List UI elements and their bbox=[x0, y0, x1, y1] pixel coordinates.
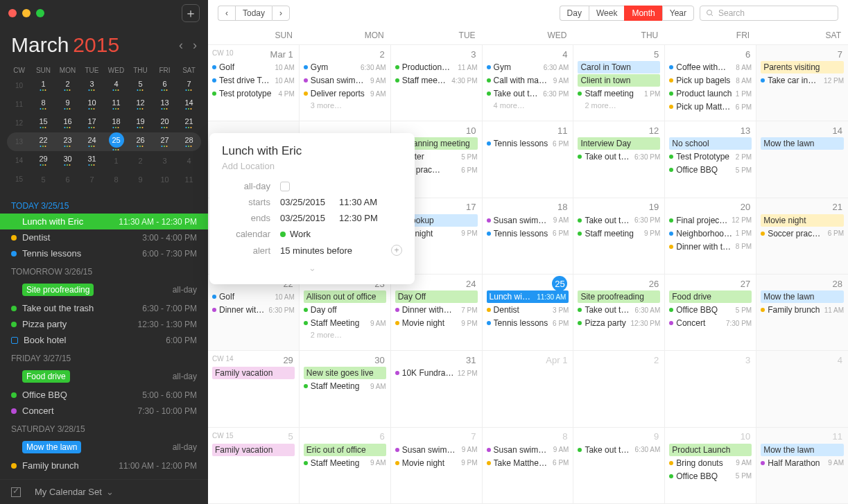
day-cell[interactable]: 30New site goes liveStaff Meeting9 AM bbox=[300, 351, 391, 426]
day-cell[interactable]: 5Carol in TownClient in townStaff meetin… bbox=[573, 45, 665, 121]
event-item[interactable]: Take out t…6:30 PM bbox=[578, 214, 660, 227]
event-item[interactable]: Take out t…6:30 AM bbox=[578, 444, 660, 456]
prev-button[interactable]: ‹ bbox=[218, 6, 235, 21]
mini-day[interactable]: 30••• bbox=[55, 151, 80, 170]
event-block[interactable]: Movie night bbox=[761, 214, 844, 227]
mini-day[interactable]: 27••• bbox=[153, 132, 177, 151]
new-event-button[interactable]: ＋ bbox=[182, 4, 200, 22]
event-block[interactable]: Parents visiting bbox=[761, 61, 844, 73]
agenda-item[interactable]: Mow the lawnall-day bbox=[0, 437, 208, 458]
event-item[interactable]: Soccer prac…6 PM bbox=[761, 227, 844, 240]
expand-popover-button[interactable]: ⌄ bbox=[222, 263, 402, 273]
event-item[interactable]: Susan swim…9 AM bbox=[487, 214, 569, 227]
mini-day[interactable]: 20••• bbox=[153, 114, 177, 132]
event-block[interactable]: Product Launch bbox=[669, 444, 752, 456]
agenda-item[interactable]: Office BBQ5:00 - 6:00 PM bbox=[0, 387, 208, 403]
mini-day[interactable]: 6••• bbox=[153, 76, 177, 95]
day-cell[interactable]: 27Food driveOffice BBQ5 PMConcert7:30 PM bbox=[665, 275, 756, 350]
mini-day[interactable]: 5 bbox=[31, 170, 55, 189]
event-item[interactable]: Pick up Matt…6 PM bbox=[669, 101, 752, 113]
more-events-link[interactable]: 3 more… bbox=[304, 101, 386, 110]
mini-day[interactable]: 29••• bbox=[31, 151, 55, 170]
agenda-item[interactable]: Family brunch11:00 AM - 12:00 PM bbox=[0, 458, 208, 473]
mini-day[interactable]: 11••• bbox=[104, 95, 128, 114]
next-button[interactable]: › bbox=[272, 6, 290, 21]
mini-day[interactable]: 2••• bbox=[55, 76, 80, 95]
alert-value[interactable]: 15 minutes before bbox=[280, 245, 352, 256]
calendar-value[interactable]: Work bbox=[280, 229, 311, 239]
event-item[interactable]: Concert7:30 PM bbox=[669, 317, 752, 329]
mini-day[interactable]: 7••• bbox=[177, 76, 201, 95]
mini-day[interactable]: 16••• bbox=[55, 114, 80, 132]
event-block[interactable]: Mow the lawn bbox=[761, 444, 844, 456]
day-cell[interactable]: 24Day OffDinner with…7 PMMovie night9 PM bbox=[391, 275, 483, 350]
mini-day[interactable]: 9 bbox=[128, 170, 153, 189]
event-item[interactable]: Pick up bagels8 AM bbox=[669, 74, 752, 87]
event-block[interactable]: No school bbox=[669, 137, 752, 150]
day-cell[interactable]: 6Eric out of officeStaff Meeting9 AM bbox=[300, 428, 391, 503]
event-item[interactable]: Staff meeting9 PM bbox=[578, 227, 660, 240]
day-cell[interactable]: 9Take out t…6:30 AM bbox=[573, 428, 665, 503]
event-item[interactable]: Dinner with t…8 PM bbox=[669, 241, 752, 253]
agenda-item[interactable]: Pizza party12:30 - 1:30 PM bbox=[0, 316, 208, 332]
event-item[interactable]: Tennis lessons6 PM bbox=[487, 317, 569, 329]
event-item[interactable]: Staff Meeting9 AM bbox=[304, 317, 386, 329]
mini-day[interactable]: 5••• bbox=[128, 76, 153, 95]
mini-day[interactable]: 3 bbox=[153, 151, 177, 170]
chevron-down-icon[interactable]: ⌄ bbox=[106, 487, 114, 497]
day-cell[interactable]: Apr 1 bbox=[483, 351, 574, 426]
day-cell[interactable]: 4 bbox=[756, 351, 848, 426]
agenda-item[interactable]: Lunch with Eric11:30 AM - 12:30 PM bbox=[0, 214, 208, 229]
view-year-button[interactable]: Year bbox=[662, 6, 694, 21]
event-item[interactable]: Office BBQ5 PM bbox=[669, 164, 752, 176]
day-cell[interactable]: 29Family vacation bbox=[208, 351, 300, 426]
mini-day[interactable]: 31••• bbox=[80, 151, 104, 170]
agenda-item[interactable]: Site proofreadingall-day bbox=[0, 279, 208, 300]
mini-day[interactable]: 4 bbox=[177, 151, 201, 170]
day-cell[interactable]: 11Mow the lawnHalf Marathon9 AM bbox=[756, 428, 848, 503]
day-cell[interactable]: Mar 1Golf10 AMTest drive Te…10 AMTest pr… bbox=[208, 45, 300, 121]
mini-day[interactable]: 9••• bbox=[55, 95, 80, 114]
event-item[interactable]: Staff Meeting9 AM bbox=[304, 380, 386, 392]
event-item[interactable]: Test prototype4 PM bbox=[212, 87, 295, 100]
mini-day[interactable]: 22••• bbox=[31, 132, 55, 151]
allday-checkbox[interactable] bbox=[280, 182, 290, 191]
agenda-item[interactable]: Dentist3:00 - 4:00 PM bbox=[0, 229, 208, 245]
event-item[interactable]: Susan swim…9 AM bbox=[395, 444, 478, 456]
event-item[interactable]: Test Prototype2 PM bbox=[669, 150, 752, 163]
event-item[interactable]: Pizza party12:30 PM bbox=[578, 317, 660, 329]
event-item[interactable]: Production…11 AM bbox=[395, 61, 478, 73]
popover-title[interactable]: Lunch with Eric bbox=[222, 144, 402, 158]
day-cell[interactable]: 5Family vacation bbox=[208, 428, 300, 503]
event-item[interactable]: Staff meeting1 PM bbox=[578, 87, 660, 100]
calendar-set-label[interactable]: My Calendar Set bbox=[35, 487, 102, 497]
event-item[interactable]: Day off bbox=[304, 304, 386, 316]
event-item[interactable]: Dinner wit…6:30 PM bbox=[212, 304, 295, 316]
day-cell[interactable]: 3 bbox=[665, 351, 756, 426]
event-item[interactable]: 10K Fundra…12 PM bbox=[395, 367, 478, 379]
event-item[interactable]: Product launch1 PM bbox=[669, 87, 752, 100]
event-block[interactable]: Carol in Town bbox=[578, 61, 660, 73]
minimize-icon[interactable] bbox=[22, 9, 31, 17]
mini-day[interactable]: 25••• bbox=[104, 132, 128, 151]
event-item[interactable]: Dinner with…7 PM bbox=[395, 304, 478, 316]
starts-time[interactable]: 11:30 AM bbox=[339, 197, 377, 207]
event-item[interactable]: Office BBQ5 PM bbox=[669, 470, 752, 483]
mini-day[interactable]: 11 bbox=[177, 170, 201, 189]
ends-date[interactable]: 03/25/2015 bbox=[280, 213, 325, 223]
event-item[interactable]: Take Matthe…6 PM bbox=[487, 457, 569, 469]
agenda-item[interactable]: Food driveall-day bbox=[0, 366, 208, 387]
mini-day[interactable]: 17••• bbox=[80, 114, 104, 132]
search-input[interactable]: Search bbox=[700, 6, 838, 21]
mini-day[interactable]: 19••• bbox=[128, 114, 153, 132]
event-item[interactable]: Staff mee…4:30 PM bbox=[395, 74, 478, 87]
agenda-item[interactable]: Tennis lessons6:00 - 7:30 PM bbox=[0, 245, 208, 261]
today-button[interactable]: Today bbox=[235, 6, 272, 21]
event-item[interactable]: Office BBQ5 PM bbox=[669, 304, 752, 316]
day-cell[interactable]: 25Lunch wi…11:30 AMDentist3 PMTennis les… bbox=[483, 275, 574, 350]
event-item[interactable]: Tennis lessons6 PM bbox=[487, 137, 569, 150]
event-block[interactable]: Family vacation bbox=[212, 367, 295, 379]
event-item[interactable]: Coffee with…8 AM bbox=[669, 61, 752, 73]
day-cell[interactable]: 19Take out t…6:30 PMStaff meeting9 PM bbox=[573, 198, 665, 274]
mini-day[interactable]: 21••• bbox=[177, 114, 201, 132]
